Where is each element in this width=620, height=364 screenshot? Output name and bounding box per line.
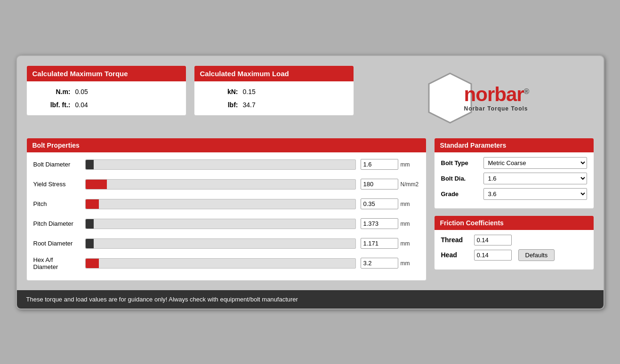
- slider-fill: [86, 259, 99, 268]
- grade-label: Grade: [441, 190, 483, 198]
- slider-fill: [86, 239, 94, 248]
- lbf-value: 34.7: [243, 101, 256, 109]
- std-params-body: Bolt Type Metric CoarseMetric FineUNCUNF…: [435, 152, 594, 208]
- top-row: Calculated Maximum Torque N.m: 0.05 lbf.…: [26, 65, 594, 131]
- bolt-prop-slider[interactable]: [85, 258, 356, 269]
- bolt-prop-label: Pitch Diameter: [33, 220, 85, 227]
- bolt-prop-label: Root Diameter: [33, 240, 85, 247]
- thread-label: Thread: [441, 236, 474, 244]
- bolt-dia-select[interactable]: 1.622.5345681012: [483, 173, 587, 184]
- friction-header: Friction Coefficients: [435, 216, 594, 230]
- bolt-prop-row: Yield StressN/mm2: [33, 177, 419, 192]
- calc-load-body: kN: 0.15 lbf: 34.7: [194, 81, 354, 115]
- bolt-type-row: Bolt Type Metric CoarseMetric FineUNCUNF: [441, 157, 587, 169]
- app-container: Calculated Maximum Torque N.m: 0.05 lbf.…: [16, 55, 604, 309]
- bolt-prop-row: Hex A/f Diametermm: [33, 256, 419, 271]
- bolt-prop-input[interactable]: [361, 218, 398, 229]
- head-input[interactable]: [474, 250, 512, 261]
- bolt-prop-label: Pitch: [33, 200, 85, 207]
- bolt-prop-row: Root Diametermm: [33, 236, 419, 251]
- nm-label: N.m:: [35, 88, 71, 95]
- bolt-prop-unit: mm: [401, 201, 419, 207]
- middle-row: Bolt Properties Bolt DiametermmYield Str…: [26, 138, 594, 281]
- bolt-prop-unit: N/mm2: [401, 181, 419, 188]
- bolt-type-select[interactable]: Metric CoarseMetric FineUNCUNF: [483, 157, 587, 169]
- bolt-props-panel: Bolt Properties Bolt DiametermmYield Str…: [26, 138, 427, 281]
- bolt-prop-label: Hex A/f Diameter: [33, 256, 85, 270]
- bolt-dia-row: Bolt Dia. 1.622.5345681012: [441, 173, 587, 184]
- grade-select[interactable]: 3.64.64.85.65.86.88.89.810.912.9: [483, 188, 587, 200]
- bolt-prop-input[interactable]: [361, 258, 398, 269]
- slider-fill: [86, 199, 99, 209]
- calc-load-header: Calculated Maximum Load: [194, 66, 354, 81]
- reg-symbol: ®: [524, 87, 529, 95]
- calc-torque-box: Calculated Maximum Torque N.m: 0.05 lbf.…: [26, 65, 186, 116]
- bolt-prop-slider[interactable]: [85, 179, 356, 190]
- calc-load-box: Calculated Maximum Load kN: 0.15 lbf: 34…: [194, 65, 354, 116]
- bolt-prop-slider[interactable]: [85, 238, 356, 249]
- friction-panel: Friction Coefficients Thread Head Defaul…: [434, 215, 594, 270]
- slider-fill: [86, 160, 94, 169]
- calc-torque-body: N.m: 0.05 lbf. ft.: 0.04: [27, 81, 186, 115]
- logo-hex-container: norbar® Norbar Torque Tools: [426, 70, 530, 127]
- slider-fill: [86, 180, 107, 189]
- friction-body: Thread Head Defaults: [435, 230, 594, 269]
- thread-row: Thread: [441, 235, 587, 245]
- bolt-prop-unit: mm: [401, 240, 419, 247]
- standard-params-header: Standard Parameters: [435, 138, 594, 152]
- lbf-ft-label: lbf. ft.:: [35, 101, 71, 109]
- bolt-prop-input[interactable]: [361, 238, 398, 249]
- lbf-row: lbf: 34.7: [203, 101, 345, 109]
- nm-value: 0.05: [75, 88, 88, 95]
- brand-name: norbar®: [464, 85, 529, 104]
- head-row: Head Defaults: [441, 249, 587, 261]
- bolt-prop-row: Pitch Diametermm: [33, 216, 419, 231]
- right-panels: Standard Parameters Bolt Type Metric Coa…: [434, 138, 594, 270]
- bolt-prop-label: Yield Stress: [33, 181, 85, 188]
- logo-area: norbar® Norbar Torque Tools: [362, 65, 594, 131]
- bolt-prop-row: Bolt Diametermm: [33, 157, 419, 172]
- bolt-prop-slider[interactable]: [85, 159, 356, 170]
- lbf-ft-row: lbf. ft.: 0.04: [35, 101, 177, 109]
- nm-row: N.m: 0.05: [35, 88, 177, 95]
- lbf-ft-value: 0.04: [75, 101, 88, 109]
- bolt-props-header: Bolt Properties: [27, 138, 426, 152]
- bolt-prop-unit: mm: [401, 221, 419, 227]
- head-label: Head: [441, 251, 474, 259]
- bolt-prop-input[interactable]: [361, 159, 398, 170]
- slider-fill: [86, 219, 94, 229]
- bolt-prop-label: Bolt Diameter: [33, 161, 85, 168]
- kn-label: kN:: [203, 88, 238, 95]
- bolt-prop-input[interactable]: [361, 179, 398, 190]
- grade-row: Grade 3.64.64.85.65.86.88.89.810.912.9: [441, 188, 587, 200]
- lbf-label: lbf:: [203, 101, 238, 109]
- main-content: Calculated Maximum Torque N.m: 0.05 lbf.…: [17, 56, 604, 290]
- footer-text: These torque and load values are for gui…: [26, 296, 298, 303]
- footer: These torque and load values are for gui…: [17, 290, 604, 309]
- brand-text: norbar: [464, 83, 524, 105]
- standard-params-panel: Standard Parameters Bolt Type Metric Coa…: [434, 138, 594, 209]
- defaults-button[interactable]: Defaults: [518, 249, 555, 261]
- bolt-dia-label: Bolt Dia.: [441, 175, 483, 182]
- bolt-prop-input[interactable]: [361, 198, 398, 209]
- bolt-type-label: Bolt Type: [441, 159, 483, 166]
- bolt-prop-row: Pitchmm: [33, 197, 419, 212]
- bolt-prop-unit: mm: [401, 260, 419, 267]
- brand-subtitle: Norbar Torque Tools: [464, 105, 528, 112]
- bolt-prop-slider[interactable]: [85, 199, 356, 209]
- bolt-props-body: Bolt DiametermmYield StressN/mm2PitchmmP…: [27, 152, 426, 280]
- thread-input[interactable]: [474, 235, 512, 245]
- bolt-prop-unit: mm: [401, 161, 419, 168]
- bolt-prop-slider[interactable]: [85, 219, 356, 229]
- kn-row: kN: 0.15: [203, 88, 345, 95]
- logo-text-area: norbar® Norbar Torque Tools: [464, 85, 529, 112]
- kn-value: 0.15: [243, 88, 256, 95]
- calc-torque-header: Calculated Maximum Torque: [27, 66, 186, 81]
